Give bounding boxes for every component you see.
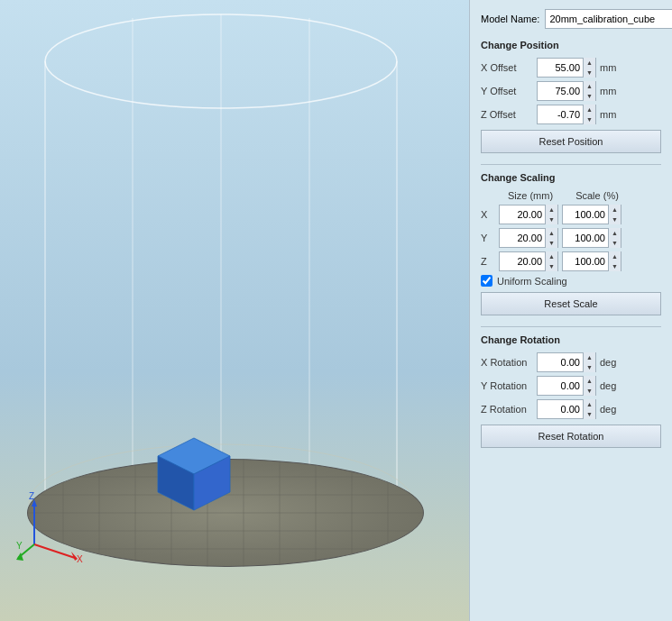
y-rotation-decrement[interactable]: ▼ [584,386,595,396]
x-rotation-decrement[interactable]: ▼ [584,362,595,372]
scale-header: Scale (%) [566,190,629,201]
y-offset-spinbox: ▲ ▼ [537,81,596,101]
scaling-z-size-spin-buttons: ▲ ▼ [545,251,557,271]
reset-rotation-button[interactable]: Reset Rotation [481,425,661,448]
uniform-scaling-label: Uniform Scaling [497,276,567,287]
axes-indicator: Z X Y [16,490,88,562]
x-offset-row: X Offset ▲ ▼ mm [481,58,661,78]
rotation-section: Change Rotation X Rotation ▲ ▼ deg Y Rot… [481,334,661,448]
svg-line-28 [34,544,75,558]
scaling-z-size-spinbox: ▲ ▼ [499,251,558,271]
scaling-y-scale-spin-buttons: ▲ ▼ [608,228,621,248]
scaling-z-size-input[interactable] [500,252,545,270]
size-header: Size (mm) [499,190,562,201]
z-offset-spinbox: ▲ ▼ [537,105,596,124]
y-offset-decrement[interactable]: ▼ [584,91,595,101]
y-offset-label: Y Offset [481,86,533,96]
divider-2 [481,326,661,327]
z-offset-input[interactable] [538,105,583,123]
z-rotation-label: Z Rotation [481,404,533,415]
scaling-x-scale-spin-buttons: ▲ ▼ [608,205,621,224]
scaling-x-size-increment[interactable]: ▲ [546,205,557,215]
3d-viewport: Z X Y [0,0,469,621]
model-name-row: Model Name: [481,9,661,29]
scaling-section: Change Scaling Size (mm) Scale (%) X ▲ ▼… [481,172,661,315]
scaling-x-scale-increment[interactable]: ▲ [609,205,621,215]
scaling-x-size-decrement[interactable]: ▼ [546,215,557,224]
control-panel: Model Name: Change Position X Offset ▲ ▼… [469,0,672,621]
y-rotation-unit: deg [600,380,620,391]
scaling-y-size-increment[interactable]: ▲ [546,228,557,238]
scaling-y-size-decrement[interactable]: ▼ [546,238,557,248]
x-offset-input[interactable] [538,59,583,77]
scaling-y-size-input[interactable] [500,229,545,247]
model-name-input[interactable] [545,9,672,29]
svg-text:Y: Y [16,541,23,551]
z-rotation-unit: deg [600,404,620,415]
scaling-y-scale-spinbox: ▲ ▼ [562,228,621,248]
y-rotation-input[interactable] [538,377,583,395]
scaling-x-row: X ▲ ▼ ▲ ▼ [481,205,661,224]
x-offset-spin-buttons: ▲ ▼ [583,58,595,78]
position-section-title: Change Position [481,40,661,50]
x-rotation-label: X Rotation [481,357,533,368]
scaling-z-scale-decrement[interactable]: ▼ [609,261,621,271]
z-offset-unit: mm [600,109,620,120]
scaling-x-scale-input[interactable] [563,205,608,224]
model-name-label: Model Name: [481,14,539,24]
scaling-z-scale-spinbox: ▲ ▼ [562,251,621,271]
x-rotation-spin-buttons: ▲ ▼ [583,352,595,372]
x-offset-increment[interactable]: ▲ [584,58,595,68]
x-rotation-row: X Rotation ▲ ▼ deg [481,352,661,372]
z-rotation-increment[interactable]: ▲ [584,399,595,409]
z-offset-label: Z Offset [481,109,533,120]
y-rotation-spinbox: ▲ ▼ [537,376,596,396]
y-rotation-increment[interactable]: ▲ [584,376,595,386]
reset-position-button[interactable]: Reset Position [481,130,661,153]
scaling-headers: Size (mm) Scale (%) [481,190,661,201]
scaling-x-size-input[interactable] [500,205,545,224]
z-offset-row: Z Offset ▲ ▼ mm [481,105,661,124]
uniform-scaling-checkbox[interactable] [481,275,492,287]
uniform-scaling-row: Uniform Scaling [481,275,661,287]
scaling-y-scale-increment[interactable]: ▲ [609,228,621,238]
x-offset-spinbox: ▲ ▼ [537,58,596,78]
x-rotation-unit: deg [600,357,620,368]
scaling-x-size-spin-buttons: ▲ ▼ [545,205,557,224]
position-section: Change Position X Offset ▲ ▼ mm Y Offset… [481,40,661,153]
y-offset-spin-buttons: ▲ ▼ [583,81,595,101]
z-rotation-input[interactable] [538,400,583,418]
scaling-z-label: Z [481,256,495,267]
z-offset-decrement[interactable]: ▼ [584,114,595,124]
scaling-x-scale-decrement[interactable]: ▼ [609,215,621,224]
scaling-x-scale-spinbox: ▲ ▼ [562,205,621,224]
scaling-z-scale-increment[interactable]: ▲ [609,251,621,261]
scaling-z-size-increment[interactable]: ▲ [546,251,557,261]
x-offset-decrement[interactable]: ▼ [584,68,595,78]
scaling-x-label: X [481,209,495,220]
x-offset-label: X Offset [481,62,533,73]
z-rotation-decrement[interactable]: ▼ [584,409,595,419]
svg-text:X: X [77,554,83,562]
scaling-z-row: Z ▲ ▼ ▲ ▼ [481,251,661,271]
z-rotation-spinbox: ▲ ▼ [537,399,596,419]
divider-1 [481,164,661,165]
z-offset-increment[interactable]: ▲ [584,105,595,114]
scaling-y-size-spin-buttons: ▲ ▼ [545,228,557,248]
y-offset-row: Y Offset ▲ ▼ mm [481,81,661,101]
x-rotation-input[interactable] [538,353,583,371]
scaling-y-label: Y [481,233,495,243]
scaling-y-row: Y ▲ ▼ ▲ ▼ [481,228,661,248]
scaling-z-scale-input[interactable] [563,252,608,270]
y-offset-increment[interactable]: ▲ [584,81,595,91]
reset-scale-button[interactable]: Reset Scale [481,292,661,315]
z-rotation-row: Z Rotation ▲ ▼ deg [481,399,661,419]
x-rotation-spinbox: ▲ ▼ [537,352,596,372]
y-offset-input[interactable] [538,82,583,100]
scaling-z-size-decrement[interactable]: ▼ [546,261,557,271]
y-rotation-row: Y Rotation ▲ ▼ deg [481,376,661,396]
scaling-y-scale-input[interactable] [563,229,608,247]
y-rotation-label: Y Rotation [481,380,533,391]
x-rotation-increment[interactable]: ▲ [584,352,595,362]
scaling-y-scale-decrement[interactable]: ▼ [609,238,621,248]
